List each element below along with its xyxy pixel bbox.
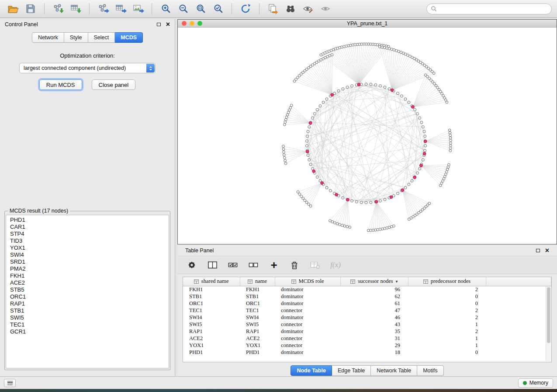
select-all-rows-button[interactable] <box>226 258 239 272</box>
table-row[interactable]: TEC1TEC1connector472 <box>183 307 551 314</box>
criterion-dropdown[interactable]: largest connected component (undirected) <box>19 63 156 73</box>
float-panel-icon[interactable] <box>157 23 161 26</box>
column-header-successor-nodes[interactable]: successor nodes▾ <box>340 277 408 286</box>
status-menu-button[interactable] <box>4 379 16 387</box>
network-graph[interactable] <box>178 28 557 244</box>
mcds-node-item[interactable]: TID3 <box>10 237 169 244</box>
toggle-column-view-button[interactable] <box>206 258 219 272</box>
column-header-predecessor-nodes[interactable]: predecessor nodes <box>408 277 486 286</box>
mcds-node-item[interactable]: FKH1 <box>10 272 169 279</box>
mcds-node-item[interactable]: STB1 <box>10 307 169 314</box>
table-row[interactable]: ORC1ORC1dominator610 <box>183 300 551 307</box>
mcds-node-item[interactable]: CAR1 <box>10 224 169 230</box>
table-cell: 35 <box>340 328 408 335</box>
find-network-button[interactable] <box>283 1 298 16</box>
import-table-button[interactable] <box>68 1 83 16</box>
table-toolbar: + f(x) <box>177 256 557 274</box>
open-session-button[interactable] <box>5 1 21 16</box>
window-close-icon[interactable] <box>182 21 187 26</box>
scrollbar-thumb[interactable] <box>547 287 550 343</box>
save-disk-icon <box>25 3 36 14</box>
table-tab-motifs[interactable]: Motifs <box>417 365 443 376</box>
export-network-button[interactable] <box>95 1 111 16</box>
close-table-panel-icon[interactable]: × <box>545 247 549 254</box>
table-row[interactable]: YOX1YOX1connector291 <box>183 342 551 349</box>
network-canvas[interactable] <box>178 28 557 244</box>
table-cell: 47 <box>340 307 408 314</box>
table-cell: 31 <box>340 335 408 342</box>
import-network-button[interactable] <box>50 1 66 16</box>
folder-icon <box>7 3 19 14</box>
table-cell: 0 <box>408 349 486 356</box>
table-row[interactable]: ACE2ACE2connector311 <box>183 335 551 342</box>
deselect-all-rows-button[interactable] <box>247 258 260 272</box>
tab-network[interactable]: Network <box>32 32 64 43</box>
search-box[interactable] <box>426 3 552 14</box>
column-header-shared-name[interactable]: shared name <box>183 277 240 286</box>
mcds-node-item[interactable]: RAP1 <box>10 300 169 307</box>
mcds-node-item[interactable]: TEC1 <box>10 321 169 328</box>
mcds-node-item[interactable]: YOX1 <box>10 244 169 251</box>
table-cell: connector <box>275 342 340 349</box>
table-cell: 18 <box>340 349 408 356</box>
table-row[interactable]: PHD1PHD1dominator180 <box>183 349 551 356</box>
mcds-node-item[interactable]: STB5 <box>10 286 169 293</box>
network-snapshot-button[interactable] <box>265 1 281 16</box>
table-scrollbar[interactable] <box>546 286 551 361</box>
show-graphics-details-button[interactable] <box>318 1 333 16</box>
hamburger-icon <box>7 381 13 385</box>
delete-columns-button[interactable] <box>288 258 301 272</box>
create-column-button[interactable]: + <box>267 258 280 272</box>
export-image-button[interactable] <box>130 1 146 16</box>
export-table-button[interactable] <box>113 1 128 16</box>
run-mcds-button[interactable]: Run MCDS <box>39 79 82 90</box>
table-cell: 46 <box>340 314 408 321</box>
mcds-node-item[interactable]: SWI5 <box>10 314 169 321</box>
tab-mcds[interactable]: MCDS <box>115 32 143 43</box>
mcds-node-item[interactable]: SWI4 <box>10 251 169 258</box>
table-tab-network-table[interactable]: Network Table <box>371 365 417 376</box>
zoom-in-button[interactable] <box>158 1 173 16</box>
mcds-node-item[interactable]: ORC1 <box>10 293 169 300</box>
float-table-panel-icon[interactable] <box>536 249 540 252</box>
zoom-fit-button[interactable] <box>193 1 208 16</box>
mcds-result-list[interactable]: PHD1CAR1STP4TID3YOX1SWI4SRD1PMA2FKH1ACE2… <box>6 215 169 368</box>
column-header-MCDS-role[interactable]: MCDS role <box>275 277 340 286</box>
mcds-node-item[interactable]: GCR1 <box>10 328 169 335</box>
column-header-name[interactable]: name <box>240 277 275 286</box>
table-row[interactable]: STB1STB1dominator620 <box>183 293 551 300</box>
table-cell: 2 <box>408 328 486 335</box>
table-panel-title: Table Panel <box>185 248 214 254</box>
table-options-button[interactable] <box>185 258 198 272</box>
table-cell: 96 <box>340 286 408 293</box>
table-tab-edge-table[interactable]: Edge Table <box>332 365 371 376</box>
window-minimize-icon[interactable] <box>190 21 194 26</box>
mcds-node-item[interactable]: PHD1 <box>10 217 169 224</box>
refresh-network-button[interactable] <box>238 1 253 16</box>
mcds-node-item[interactable]: PMA2 <box>10 265 169 272</box>
table-tab-node-table[interactable]: Node Table <box>291 365 332 376</box>
mcds-node-item[interactable]: STP4 <box>10 230 169 237</box>
zoom-selected-button[interactable] <box>210 1 226 16</box>
hide-graphics-details-button[interactable] <box>300 1 316 16</box>
table-row[interactable]: SWI4SWI4dominator462 <box>183 314 551 321</box>
binoculars-icon <box>285 3 296 14</box>
tab-style[interactable]: Style <box>64 32 88 43</box>
table-row[interactable]: FKH1FKH1dominator962 <box>183 286 551 293</box>
gear-icon <box>187 260 197 270</box>
close-panel-icon[interactable]: × <box>166 21 170 28</box>
search-input[interactable] <box>439 6 547 12</box>
window-maximize-icon[interactable] <box>197 21 202 26</box>
zoom-out-button[interactable] <box>175 1 191 16</box>
tab-select[interactable]: Select <box>88 32 115 43</box>
table-row[interactable]: SWI5SWI5connector431 <box>183 321 551 328</box>
mcds-node-item[interactable]: ACE2 <box>10 279 169 286</box>
save-session-button[interactable] <box>23 1 38 16</box>
mcds-node-item[interactable]: SRD1 <box>10 258 169 265</box>
memory-button[interactable]: Memory <box>518 378 553 388</box>
import-network-icon <box>52 3 64 14</box>
table-row[interactable]: RAP1RAP1dominator352 <box>183 328 551 335</box>
close-panel-button[interactable]: Close panel <box>92 79 136 90</box>
sort-indicator-icon: ▾ <box>396 279 398 284</box>
copy-document-icon <box>267 3 279 14</box>
